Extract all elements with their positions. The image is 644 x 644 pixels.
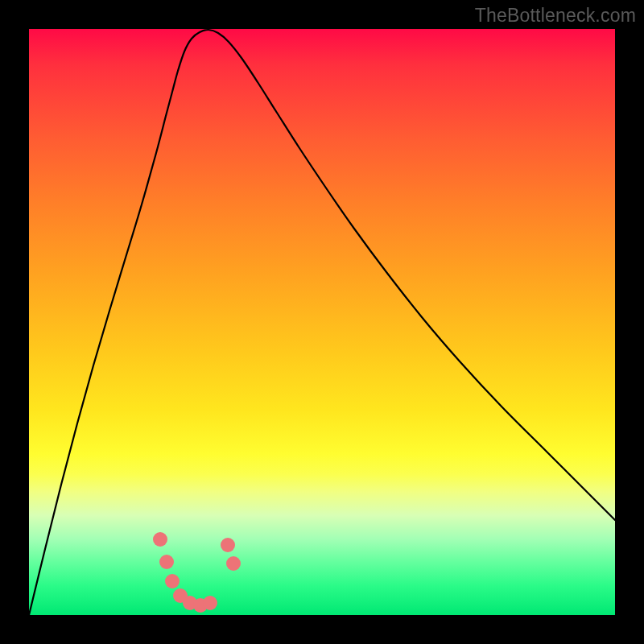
threshold-marker [226,556,241,571]
plot-area [29,29,615,615]
bottleneck-curve [29,30,615,615]
watermark-text: TheBottleneck.com [475,5,636,27]
threshold-marker [165,574,180,588]
threshold-marker [153,532,167,547]
threshold-marker [159,555,174,569]
chart-frame: TheBottleneck.com [0,0,644,644]
curve-svg [29,29,615,615]
threshold-marker [203,596,217,610]
threshold-markers-group [153,532,241,613]
threshold-marker [221,538,235,552]
